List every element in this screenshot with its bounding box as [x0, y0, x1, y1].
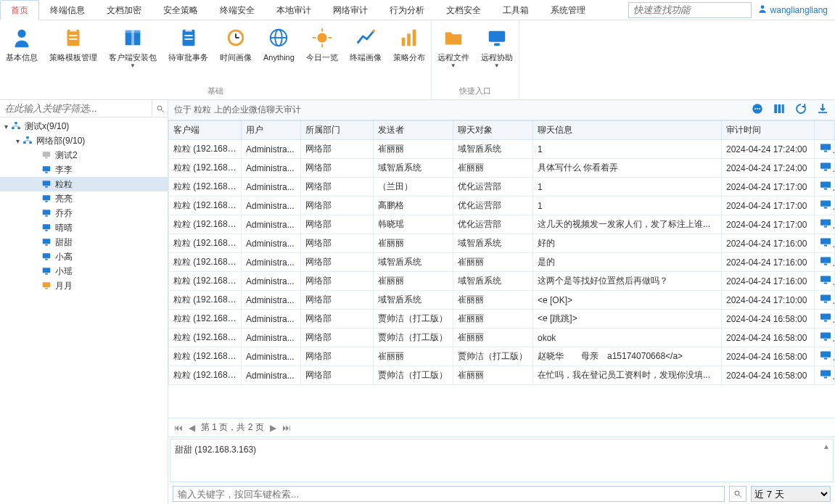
tree-node-11[interactable]: 月月: [0, 278, 168, 293]
column-header-4[interactable]: 聊天对象: [453, 121, 533, 140]
time-range-select[interactable]: 近 7 天: [751, 486, 831, 502]
columns-toggle-icon[interactable]: [773, 102, 786, 118]
row-monitor-icon[interactable]: [815, 234, 835, 253]
row-monitor-icon[interactable]: [815, 291, 835, 310]
tab-5[interactable]: 本地审计: [266, 0, 322, 20]
svg-rect-89: [824, 283, 827, 284]
tab-8[interactable]: 文档安全: [435, 0, 492, 20]
tree-filter-search-button[interactable]: [152, 100, 168, 117]
ribbon-item-1-1[interactable]: 远程协助▼: [475, 20, 519, 84]
row-monitor-icon[interactable]: [815, 253, 835, 272]
column-header-1[interactable]: 用户: [242, 121, 301, 140]
row-monitor-icon[interactable]: [815, 310, 835, 329]
tree-expander-icon[interactable]: ▾: [13, 137, 22, 145]
table-row[interactable]: 粒粒 (192.168.3...Administra...网络部崔丽丽贾帅洁（打…: [169, 347, 835, 366]
ribbon-item-0-1[interactable]: 策略模板管理: [44, 20, 103, 84]
table-row[interactable]: 粒粒 (192.168.3...Administra...网络部崔丽丽域智盾系统…: [169, 234, 835, 253]
tab-10[interactable]: 系统管理: [540, 0, 596, 20]
quick-search-input[interactable]: [628, 2, 752, 18]
tree-node-6[interactable]: 乔乔: [0, 206, 168, 220]
tree-node-1[interactable]: ▾网络部(9/10): [0, 133, 168, 148]
tree-node-3[interactable]: 李李: [0, 162, 168, 177]
pager-first-button[interactable]: ⏮: [174, 423, 183, 433]
ribbon-item-0-7[interactable]: 终端画像: [344, 20, 387, 84]
row-monitor-icon[interactable]: [815, 272, 835, 291]
table-row[interactable]: 粒粒 (192.168.3...Administra...网络部域智盾系统崔丽丽…: [169, 159, 835, 178]
svg-rect-82: [820, 219, 831, 225]
chat-bubble-icon[interactable]: [751, 102, 764, 118]
tab-1[interactable]: 终端信息: [39, 0, 96, 20]
table-row[interactable]: 粒粒 (192.168.3...Administra...网络部域智盾系统崔丽丽…: [169, 291, 835, 310]
row-monitor-icon[interactable]: [815, 178, 835, 197]
table-row[interactable]: 粒粒 (192.168.3...Administra...网络部崔丽丽域智盾系统…: [169, 272, 835, 291]
ribbon-item-0-3[interactable]: 待审批事务: [163, 20, 214, 84]
tab-7[interactable]: 行为分析: [379, 0, 435, 20]
cell-1: Administra...: [242, 272, 301, 291]
ribbon-item-0-0[interactable]: 基本信息: [0, 20, 44, 84]
tree-node-5[interactable]: 亮亮: [0, 191, 168, 206]
table-row[interactable]: 粒粒 (192.168.3...Administra...网络部高鹏格优化运营部…: [169, 197, 835, 215]
column-header-3[interactable]: 发送者: [374, 121, 453, 140]
clock-icon: [224, 26, 247, 49]
tree-node-label: 测试2: [55, 149, 78, 162]
column-header-5[interactable]: 聊天信息: [533, 121, 722, 140]
tree-node-9[interactable]: 小高: [0, 249, 168, 264]
svg-point-68: [754, 108, 756, 110]
scroll-up-icon[interactable]: ▲: [823, 442, 830, 450]
table-row[interactable]: 粒粒 (192.168.3...Administra...网络部贾帅洁（打工版）…: [169, 329, 835, 347]
ribbon-item-label: 客户端安装包: [109, 52, 157, 62]
ribbon-item-0-8[interactable]: 策略分布: [387, 20, 431, 84]
tree-node-8[interactable]: 甜甜: [0, 235, 168, 249]
table-row[interactable]: 粒粒 (192.168.3...Administra...网络部（兰田）优化运营…: [169, 178, 835, 197]
tree-node-4[interactable]: 粒粒: [0, 177, 168, 191]
keyword-search-input[interactable]: [173, 486, 725, 502]
table-row[interactable]: 粒粒 (192.168.3...Administra...网络部贾帅洁（打工版）…: [169, 310, 835, 329]
row-monitor-icon[interactable]: [815, 366, 835, 385]
cell-5: 1: [533, 197, 722, 215]
keyword-search-button[interactable]: [729, 486, 746, 502]
row-monitor-icon[interactable]: [815, 347, 835, 366]
tab-4[interactable]: 终端安全: [209, 0, 266, 20]
column-header-2[interactable]: 所属部门: [301, 121, 374, 140]
tab-2[interactable]: 文档加密: [96, 0, 152, 20]
pager-last-button[interactable]: ⏭: [282, 423, 291, 433]
ribbon-item-0-6[interactable]: 今日一览: [300, 20, 344, 84]
tab-3[interactable]: 安全策略: [152, 0, 209, 20]
tree-filter-input[interactable]: [0, 100, 152, 117]
row-monitor-icon[interactable]: [815, 159, 835, 178]
table-row[interactable]: 粒粒 (192.168.3...Administra...网络部贾帅洁（打工版）…: [169, 366, 835, 385]
export-download-icon[interactable]: [816, 102, 829, 118]
row-monitor-icon[interactable]: [815, 197, 835, 215]
table-row[interactable]: 粒粒 (192.168.3...Administra...网络部域智盾系统崔丽丽…: [169, 253, 835, 272]
ribbon-item-0-4[interactable]: 时间画像: [214, 20, 258, 84]
table-row[interactable]: 粒粒 (192.168.3...Administra...网络部韩晓瑶优化运营部…: [169, 215, 835, 234]
tree-node-0[interactable]: ▾测试x(9/10): [0, 119, 168, 133]
tab-6[interactable]: 网络审计: [322, 0, 379, 20]
tree-expander-icon[interactable]: ▾: [1, 123, 10, 131]
tree-node-2[interactable]: 测试2: [0, 148, 168, 162]
row-monitor-icon[interactable]: [815, 329, 835, 347]
row-monitor-icon[interactable]: [815, 215, 835, 234]
pager-next-button[interactable]: ▶: [270, 423, 276, 433]
svg-rect-83: [824, 226, 827, 228]
tree-node-7[interactable]: 晴晴: [0, 220, 168, 235]
ribbon-item-0-5[interactable]: Anything: [258, 20, 300, 84]
tree-node-label: 粒粒: [55, 178, 73, 191]
table-row[interactable]: 粒粒 (192.168.3...Administra...网络部崔丽丽域智盾系统…: [169, 140, 835, 159]
row-monitor-icon[interactable]: [815, 140, 835, 159]
tab-0[interactable]: 首页: [0, 0, 39, 20]
pager-prev-button[interactable]: ◀: [189, 423, 195, 433]
column-header-7[interactable]: [815, 121, 835, 140]
tree-node-10[interactable]: 小瑶: [0, 264, 168, 278]
refresh-icon[interactable]: [794, 102, 807, 118]
cell-5: 赵晓华 母亲 a15174070668</a>: [533, 347, 722, 366]
ribbon-item-1-0[interactable]: 远程文件▼: [432, 20, 475, 84]
current-user-link[interactable]: wangliangliang: [757, 4, 828, 16]
ribbon-item-label: 今日一览: [306, 52, 338, 62]
cell-6: 2024-04-24 17:17:00: [722, 215, 815, 234]
column-header-6[interactable]: 审计时间: [722, 121, 815, 140]
cell-4: 崔丽丽: [453, 366, 533, 385]
ribbon-item-0-2[interactable]: 客户端安装包▼: [103, 20, 163, 84]
tab-9[interactable]: 工具箱: [492, 0, 540, 20]
column-header-0[interactable]: 客户端: [169, 121, 242, 140]
